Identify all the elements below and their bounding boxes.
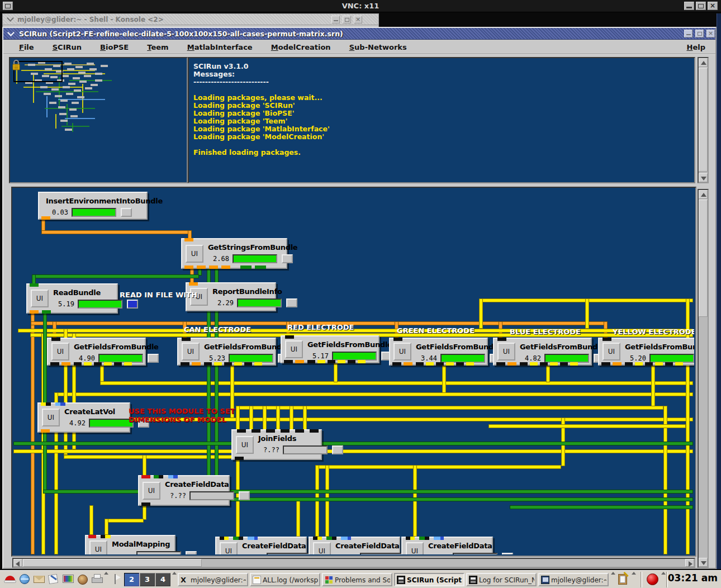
input-port[interactable] — [105, 535, 111, 538]
output-port[interactable] — [192, 362, 201, 366]
workspace-2-button[interactable]: 2 — [124, 573, 139, 586]
konsole-maximize-button[interactable] — [343, 16, 351, 23]
output-port[interactable] — [42, 310, 51, 314]
ui-button[interactable]: UI — [603, 343, 620, 361]
output-port[interactable] — [74, 362, 82, 366]
network-canvas[interactable]: READ IN FILE WITH CAN ELECTRODE RED ELEC… — [13, 189, 694, 554]
input-port[interactable] — [41, 402, 46, 406]
lock-icon[interactable] — [11, 59, 21, 72]
output-port[interactable] — [209, 265, 218, 269]
input-port[interactable] — [141, 475, 150, 478]
taskbar-clock[interactable]: 03:21 am — [668, 572, 718, 584]
input-port[interactable] — [154, 475, 159, 478]
editor-pen-icon[interactable] — [47, 572, 61, 586]
input-port[interactable] — [406, 537, 410, 540]
input-port[interactable] — [159, 475, 163, 478]
panel-expand-arrow[interactable] — [172, 572, 177, 576]
input-port[interactable] — [434, 537, 440, 540]
input-port[interactable] — [295, 429, 304, 433]
module-indicator-button[interactable] — [286, 298, 297, 307]
output-port[interactable] — [235, 457, 244, 460]
output-port[interactable] — [197, 265, 206, 269]
scroll-left-arrow[interactable] — [13, 559, 22, 567]
klipper-clipboard-icon[interactable] — [616, 572, 630, 586]
scroll-down-arrow[interactable] — [699, 173, 708, 182]
input-port[interactable] — [281, 429, 290, 433]
module-indicator-button[interactable] — [332, 445, 343, 454]
vnc-titlebar[interactable]: VNC: x11 × — [0, 0, 721, 12]
ui-button[interactable]: UI — [406, 542, 424, 554]
output-port[interactable] — [625, 362, 633, 366]
input-port[interactable] — [184, 238, 193, 241]
output-port[interactable] — [456, 362, 464, 366]
scrollbar-thumb[interactable] — [699, 200, 708, 317]
input-port[interactable] — [30, 283, 39, 287]
output-port[interactable] — [426, 362, 434, 366]
output-port[interactable] — [240, 265, 252, 269]
input-port[interactable] — [248, 537, 254, 540]
ui-button[interactable]: UI — [285, 340, 303, 358]
module-indicator-button[interactable] — [148, 354, 159, 363]
scroll-up-arrow[interactable] — [699, 58, 708, 67]
ui-button[interactable]: UI — [313, 542, 331, 554]
panel-expand-arrow[interactable] — [104, 572, 108, 576]
output-port[interactable] — [520, 362, 528, 366]
scroll-up-arrow[interactable] — [699, 190, 708, 199]
input-port[interactable] — [60, 402, 65, 406]
output-port[interactable] — [645, 362, 653, 366]
menu-scirun[interactable]: SCIRun — [53, 43, 82, 51]
module-indicator-button[interactable] — [239, 491, 250, 500]
output-port[interactable] — [234, 362, 242, 366]
browser-globe-icon[interactable] — [18, 572, 32, 586]
scrollbar-thumb[interactable] — [23, 559, 202, 567]
output-port[interactable] — [446, 362, 454, 366]
ui-button[interactable]: UI — [89, 540, 107, 554]
module-getfieldsfrombundle[interactable]: UIGetFieldsFromBundle4.82 — [493, 338, 592, 366]
module-getfieldsfrombundle[interactable]: UIGetFieldsFromBundle3.44 — [389, 338, 488, 366]
workspace-flag-icon[interactable] — [110, 572, 122, 586]
menu-matlabinterface[interactable]: MatlabInterface — [187, 43, 253, 51]
output-port[interactable] — [295, 360, 304, 363]
output-port[interactable] — [124, 362, 132, 366]
module-indicator-button[interactable] — [502, 553, 513, 554]
scroll-down-arrow[interactable] — [699, 558, 708, 567]
ui-button[interactable]: UI — [51, 343, 69, 361]
module-getfieldsfrombundle[interactable]: UIGetFieldsFromBundle5.17 — [281, 335, 380, 363]
input-port[interactable] — [237, 429, 246, 433]
output-port[interactable] — [84, 362, 92, 366]
ui-button[interactable]: UI — [186, 245, 203, 263]
output-port[interactable] — [665, 362, 673, 366]
menu-subnetworks[interactable]: Sub-Networks — [349, 43, 407, 51]
input-port[interactable] — [168, 475, 173, 478]
input-port[interactable] — [440, 537, 444, 540]
alert-status-icon[interactable] — [646, 572, 660, 586]
scroll-right-arrow[interactable] — [685, 559, 694, 567]
input-port[interactable] — [266, 429, 275, 433]
workspace-3-button[interactable]: 3 — [140, 573, 155, 586]
output-port[interactable] — [655, 362, 663, 366]
canvas-vertical-scrollbar[interactable] — [698, 189, 709, 568]
output-port[interactable] — [392, 362, 401, 366]
input-port[interactable] — [254, 537, 258, 540]
ui-button[interactable]: UI — [143, 482, 160, 500]
output-port[interactable] — [404, 362, 412, 366]
input-port[interactable] — [46, 402, 51, 406]
output-port[interactable] — [338, 360, 345, 363]
input-port[interactable] — [252, 429, 260, 433]
module-createfielddata[interactable]: UICreateFieldData — [309, 537, 400, 554]
module-getfieldsfrombundle[interactable]: UIGetFieldsFromBundle5.20 — [598, 338, 694, 366]
output-port[interactable] — [214, 362, 222, 366]
output-port[interactable] — [540, 362, 548, 366]
scirun-minimize-button[interactable] — [684, 30, 692, 37]
output-port[interactable] — [570, 362, 578, 366]
output-port[interactable] — [204, 362, 212, 366]
input-port[interactable] — [55, 402, 60, 406]
output-port[interactable] — [675, 362, 683, 366]
annotation-read-in-file[interactable]: READ IN FILE WITH — [120, 291, 197, 299]
ui-button[interactable]: UI — [497, 343, 515, 361]
input-port[interactable] — [239, 537, 243, 540]
redhat-menu-icon[interactable] — [3, 572, 17, 586]
output-port[interactable] — [466, 362, 474, 366]
task-scirun-log[interactable]: Log for SCIRun_N — [466, 573, 537, 586]
input-port[interactable] — [189, 282, 198, 286]
